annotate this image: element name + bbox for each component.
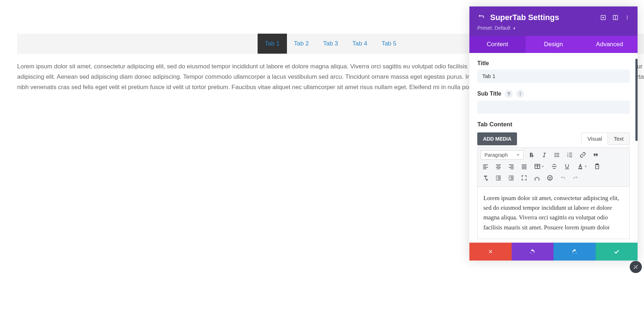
undo-button[interactable]	[512, 243, 554, 261]
svg-point-5	[627, 17, 628, 18]
svg-point-8	[520, 93, 521, 94]
svg-rect-13	[556, 155, 559, 155]
panel-tabs: Content Design Advanced	[469, 36, 638, 53]
bold-icon[interactable]	[526, 150, 536, 160]
indent-icon[interactable]	[506, 173, 516, 183]
special-char-icon[interactable]	[532, 173, 542, 183]
paste-text-icon[interactable]: T	[592, 161, 602, 171]
svg-rect-34	[522, 165, 527, 165]
format-select[interactable]: Paragraph ▼	[480, 150, 523, 160]
bulleted-list-icon[interactable]	[552, 150, 562, 160]
link-icon[interactable]	[578, 150, 588, 160]
svg-rect-30	[509, 165, 514, 165]
field-more-icon[interactable]	[516, 90, 524, 98]
numbered-list-icon[interactable]: 123	[565, 150, 575, 160]
add-media-button[interactable]: ADD MEDIA	[477, 132, 517, 145]
svg-rect-25	[483, 169, 486, 169]
subtitle-input[interactable]	[477, 101, 630, 114]
panel-body: Title Sub Title ? Tab Content ADD MEDIA …	[469, 53, 638, 243]
svg-rect-52	[496, 180, 501, 180]
svg-rect-32	[509, 167, 514, 168]
title-label: Title	[477, 60, 630, 67]
svg-point-59	[551, 177, 551, 178]
help-icon[interactable]: ?	[505, 90, 513, 98]
scrollbar-thumb[interactable]	[635, 59, 638, 141]
italic-icon[interactable]	[539, 150, 549, 160]
resize-handle[interactable]	[630, 261, 642, 273]
svg-rect-43	[579, 168, 582, 169]
layout-icon[interactable]	[613, 15, 618, 20]
editor-mode-visual[interactable]: Visual	[581, 132, 608, 145]
preset-selector[interactable]: Preset: Default ▼	[477, 25, 630, 31]
tab-5[interactable]: Tab 5	[374, 34, 404, 54]
blockquote-icon[interactable]	[591, 150, 601, 160]
back-icon[interactable]	[477, 13, 484, 22]
text-color-icon[interactable]: ▼	[575, 161, 589, 171]
tab-4[interactable]: Tab 4	[345, 34, 375, 54]
svg-rect-37	[522, 169, 527, 169]
svg-rect-51	[498, 179, 501, 179]
svg-point-57	[547, 175, 552, 180]
align-justify-icon[interactable]	[519, 161, 529, 171]
redo-button[interactable]	[553, 243, 596, 261]
svg-rect-55	[511, 179, 514, 179]
format-select-value: Paragraph	[484, 152, 508, 158]
svg-point-9	[520, 95, 521, 96]
tab-3[interactable]: Tab 3	[316, 34, 345, 54]
svg-point-4	[627, 16, 628, 16]
svg-point-10	[555, 153, 556, 154]
more-icon[interactable]	[625, 15, 630, 20]
svg-rect-26	[496, 165, 501, 165]
panel-tab-design[interactable]: Design	[526, 36, 582, 53]
align-left-icon[interactable]	[480, 161, 491, 171]
svg-rect-28	[496, 167, 501, 168]
svg-point-58	[549, 177, 550, 178]
panel-tab-advanced[interactable]: Advanced	[581, 36, 638, 53]
editor-mode-text[interactable]: Text	[608, 132, 630, 145]
svg-rect-31	[511, 166, 514, 167]
svg-rect-53	[509, 176, 514, 176]
panel-footer	[469, 243, 638, 261]
svg-rect-35	[522, 166, 527, 167]
editor-content[interactable]: Lorem ipsum dolor sit amet, consectetur …	[477, 187, 630, 239]
svg-rect-24	[483, 167, 488, 168]
settings-panel: SuperTab Settings Preset: Default ▼ Cont…	[469, 6, 638, 261]
svg-text:T: T	[597, 166, 598, 168]
tab-2[interactable]: Tab 2	[287, 34, 316, 54]
undo-icon[interactable]	[558, 173, 568, 183]
svg-rect-45	[596, 164, 598, 165]
svg-point-14	[555, 156, 556, 157]
svg-rect-15	[556, 156, 559, 157]
tab-1[interactable]: Tab 1	[258, 34, 287, 54]
svg-rect-33	[511, 169, 514, 169]
panel-tab-content[interactable]: Content	[469, 36, 526, 53]
svg-rect-49	[496, 176, 501, 176]
svg-text:3: 3	[567, 155, 569, 157]
underline-icon[interactable]	[562, 161, 572, 171]
fullscreen-icon[interactable]	[519, 173, 529, 183]
outdent-icon[interactable]	[493, 173, 503, 183]
clear-formatting-icon[interactable]	[480, 173, 491, 183]
align-center-icon[interactable]	[493, 161, 503, 171]
svg-rect-17	[569, 153, 572, 154]
svg-point-6	[627, 19, 628, 19]
table-icon[interactable]: ▼	[532, 161, 546, 171]
subtitle-label: Sub Title	[477, 91, 501, 97]
caret-down-icon: ▼	[513, 26, 516, 30]
save-button[interactable]	[596, 243, 638, 261]
cancel-button[interactable]	[469, 243, 512, 261]
svg-rect-11	[556, 153, 559, 154]
strikethrough-icon[interactable]	[549, 161, 559, 171]
title-input[interactable]	[477, 69, 630, 83]
svg-rect-22	[483, 165, 488, 165]
svg-rect-27	[497, 166, 500, 167]
panel-title: SuperTab Settings	[490, 13, 600, 22]
svg-rect-54	[511, 177, 514, 178]
preset-label: Preset: Default	[477, 25, 511, 31]
emoji-icon[interactable]	[545, 173, 555, 183]
editor-toolbar: Paragraph ▼ 123 ▼ ▼ T	[477, 147, 630, 187]
redo-icon[interactable]	[571, 173, 581, 183]
expand-icon[interactable]	[600, 15, 606, 20]
svg-point-1	[603, 17, 604, 18]
align-right-icon[interactable]	[506, 161, 516, 171]
